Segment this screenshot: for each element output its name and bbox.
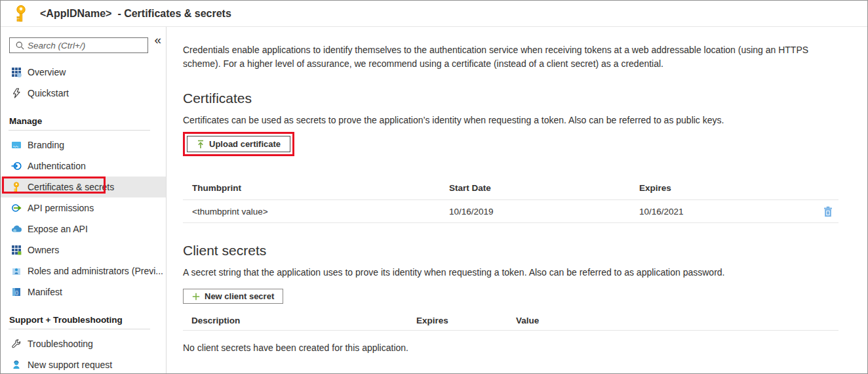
credentials-intro-text: Credentials enable applications to ident… <box>183 43 824 71</box>
page-title-suffix: - Certificates & secrets <box>117 8 231 20</box>
sidebar-item-owners[interactable]: Owners <box>1 239 166 260</box>
upload-icon <box>197 140 205 149</box>
certificates-section-title: Certificates <box>183 91 867 106</box>
key-icon <box>11 182 22 192</box>
search-input[interactable] <box>25 41 148 51</box>
client-secrets-table: Description Expires Value <box>183 311 838 331</box>
sidebar-item-roles-administrators[interactable]: Roles and administrators (Previ... <box>1 260 166 281</box>
page-title-app-name: <AppIDName> <box>40 8 111 20</box>
svg-text:{}: {} <box>15 289 19 295</box>
api-permissions-icon <box>11 203 22 213</box>
sidebar: « Overview <box>1 27 167 374</box>
upload-certificate-button[interactable]: Upload certificate <box>187 136 290 152</box>
sidebar-item-label: Expose an API <box>28 224 88 234</box>
sidebar-item-troubleshooting[interactable]: Troubleshooting <box>1 333 166 354</box>
sidebar-item-label: Certificates & secrets <box>28 182 114 192</box>
sidebar-item-certificates-secrets[interactable]: Certificates & secrets <box>1 177 166 197</box>
sidebar-item-label: Branding <box>28 140 64 150</box>
sidebar-item-authentication[interactable]: Authentication <box>1 156 166 177</box>
client-secrets-description: A secret string that the application use… <box>183 267 867 278</box>
client-secrets-section-title: Client secrets <box>183 243 867 259</box>
main-content: Credentials enable applications to ident… <box>167 27 867 374</box>
collapse-sidebar-icon[interactable]: « <box>154 33 161 46</box>
quickstart-icon <box>11 88 22 98</box>
sidebar-item-label: Manifest <box>28 287 62 297</box>
column-header-expires: Expires <box>639 183 838 193</box>
sidebar-item-manifest[interactable]: {} Manifest <box>1 281 166 302</box>
client-secrets-table-header: Description Expires Value <box>183 311 838 331</box>
sidebar-section-manage: Manage <box>1 109 166 130</box>
sidebar-item-api-permissions[interactable]: API permissions <box>1 197 166 218</box>
support-person-icon <box>11 360 22 370</box>
sidebar-item-branding[interactable]: Branding <box>1 135 166 156</box>
new-client-secret-label: New client secret <box>205 291 274 301</box>
certificate-start-date: 10/16/2019 <box>449 207 639 217</box>
sidebar-item-label: New support request <box>28 360 112 370</box>
sidebar-item-overview[interactable]: Overview <box>1 62 166 83</box>
manifest-icon: {} <box>11 287 22 297</box>
certificates-description: Certificates can be used as secrets to p… <box>183 115 867 125</box>
sidebar-item-label: Authentication <box>28 161 86 171</box>
sidebar-item-label: Troubleshooting <box>28 339 93 349</box>
sidebar-item-label: API permissions <box>28 203 94 213</box>
column-header-description: Description <box>183 316 416 325</box>
blade-header: <AppIDName> - Certificates & secrets <box>1 1 867 27</box>
authentication-icon <box>11 161 22 171</box>
sidebar-item-label: Roles and administrators (Previ... <box>28 266 163 276</box>
app-key-icon <box>12 5 30 23</box>
expose-api-icon <box>11 224 22 234</box>
sidebar-item-new-support-request[interactable]: New support request <box>1 354 166 374</box>
sidebar-item-label: Owners <box>28 245 59 255</box>
wrench-icon <box>11 339 22 349</box>
column-header-value: Value <box>516 316 838 325</box>
branding-icon <box>11 140 22 150</box>
divider <box>9 329 150 329</box>
sidebar-item-quickstart[interactable]: Quickstart <box>1 83 166 104</box>
certificates-table-header: Thumbprint Start Date Expires <box>183 177 838 200</box>
overview-icon <box>11 67 22 77</box>
certificate-thumbprint-value: <thumbprint value> <box>183 207 449 217</box>
column-header-thumbprint: Thumbprint <box>183 183 449 193</box>
sidebar-item-expose-api[interactable]: Expose an API <box>1 218 166 239</box>
column-header-expires: Expires <box>416 316 516 325</box>
delete-certificate-icon[interactable] <box>823 206 833 217</box>
sidebar-search <box>9 37 148 53</box>
upload-certificate-label: Upload certificate <box>209 139 281 149</box>
certificates-table: Thumbprint Start Date Expires <thumbprin… <box>183 177 838 223</box>
owners-icon <box>11 245 22 255</box>
divider <box>9 130 150 131</box>
annotation-box-upload-button: Upload certificate <box>183 132 294 156</box>
no-client-secrets-message: No client secrets have been created for … <box>183 343 867 353</box>
search-icon <box>15 41 25 51</box>
new-client-secret-button[interactable]: New client secret <box>183 289 283 304</box>
sidebar-nav: Overview Quickstart Manage <box>1 62 166 374</box>
certificate-expires-date: 10/16/2021 <box>639 207 684 217</box>
sidebar-item-label: Quickstart <box>28 88 69 98</box>
sidebar-section-support: Support + Troubleshooting <box>1 308 166 329</box>
certificate-table-row: <thumbprint value> 10/16/2019 10/16/2021 <box>183 200 838 223</box>
sidebar-item-label: Overview <box>28 67 66 77</box>
roles-administrators-icon <box>11 266 22 276</box>
column-header-start-date: Start Date <box>449 183 639 193</box>
plus-icon <box>192 293 200 301</box>
